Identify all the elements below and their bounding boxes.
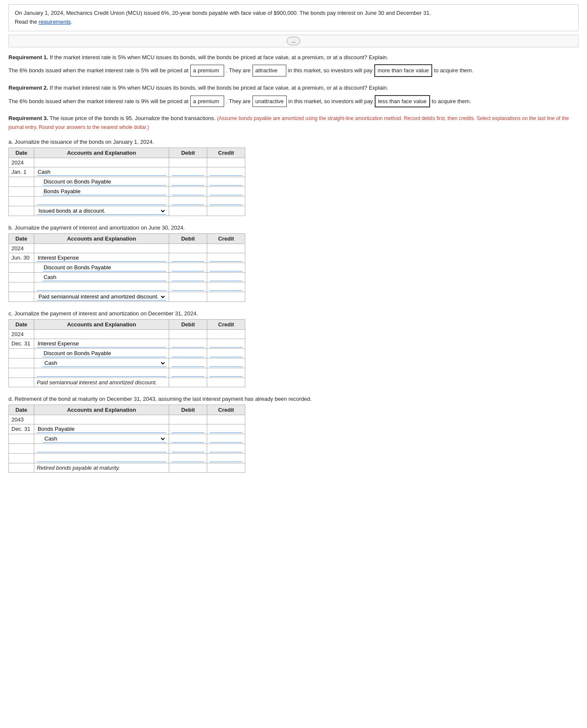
credit-c-empty[interactable] [210,369,242,377]
requirements-link[interactable]: requirements [38,19,71,25]
debit-d-cash[interactable] [172,435,204,443]
journal-d-header-date: Date [9,405,34,415]
credit-d-empty2[interactable] [210,454,242,462]
credit-b-cash[interactable] [210,274,242,281]
debit-c-discount[interactable] [172,350,204,357]
req1-attractive: attractive [252,65,286,76]
credit-b-interest[interactable] [210,254,242,262]
req1-in-market: in this market, so investors will pay [288,66,373,75]
journal-b-header-acct: Accounts and Explanation [34,233,169,244]
table-row: 2043 [9,415,245,424]
table-row [9,272,245,282]
debit-b-empty[interactable] [172,283,204,291]
debit-a-cash[interactable] [172,168,204,176]
explanation-d-note: Retired bonds payable at maturity. [37,465,120,471]
table-row [9,368,245,378]
journal-b-header-credit: Credit [207,233,245,244]
req2-priced-at: a premium [190,96,224,107]
journal-a-header-date: Date [9,148,34,158]
req3-text: Requirement 3. The issue price of the bo… [8,114,579,132]
explanation-b-select[interactable]: Paid semiannual interest and amortized d… [37,293,166,301]
acct-d-empty1[interactable] [37,445,166,452]
req1-priced-at: a premium [190,65,224,76]
table-row: Cash Bonds Payable Interest Expense [9,358,245,368]
credit-c-discount[interactable] [210,350,242,357]
acct-c-cash-select[interactable]: Cash Bonds Payable Interest Expense [43,359,166,367]
journal-c-header-debit: Debit [169,319,207,329]
req1-to-acquire: to acquire them. [434,66,473,75]
debit-b-discount[interactable] [172,264,204,271]
credit-c-cash[interactable] [210,359,242,367]
acct-a-bonds[interactable] [43,188,166,195]
req2-label: Requirement 2. [8,85,48,91]
explanation-c-note: Paid semiannual interest and amortized d… [37,379,157,386]
debit-c-interest[interactable] [172,340,204,348]
journal-c-header-date: Date [9,319,34,329]
req1-section: Requirement 1. If the market interest ra… [8,53,579,77]
debit-c-cash[interactable] [172,359,204,367]
table-row: Dec. 31 [9,424,245,434]
table-row: Issued bonds at a discount. Issued bonds… [9,206,245,216]
debit-d-empty1[interactable] [172,445,204,452]
journal-a-header-debit: Debit [169,148,207,158]
acct-d-bonds[interactable] [37,425,166,433]
journal-b-label: b. Journalize the payment of interest an… [8,224,579,231]
credit-b-empty[interactable] [210,283,242,291]
read-label: Read the [15,19,37,25]
acct-a-cash[interactable] [37,168,166,176]
table-row: 2024 [9,244,245,253]
journal-d-header-credit: Credit [207,405,245,415]
req2-answer: The 6% bonds issued when the market inte… [8,95,579,107]
acct-c-empty[interactable] [37,369,166,377]
debit-c-empty[interactable] [172,369,204,377]
explanation-a-select[interactable]: Issued bonds at a discount. Issued bonds… [37,207,166,215]
table-row: Paid semiannual interest and amortized d… [9,378,245,387]
journal-c-section: c. Journalize the payment of interest an… [8,310,579,387]
acct-a-discount[interactable] [43,178,166,186]
acct-a-empty[interactable] [37,197,166,205]
req3-label: Requirement 3. [8,115,48,121]
req2-pay-value: less than face value [375,95,430,107]
debit-d-bonds[interactable] [172,425,204,433]
journal-c-table: Date Accounts and Explanation Debit Cred… [8,319,245,387]
debit-a-bonds[interactable] [172,188,204,195]
credit-d-bonds[interactable] [210,425,242,433]
acct-d-empty2[interactable] [37,454,166,462]
debit-d-empty2[interactable] [172,454,204,462]
debit-a-discount[interactable] [172,178,204,186]
journal-a-section: a. Journalize the issuance of the bonds … [8,139,579,216]
acct-c-interest[interactable] [37,340,166,348]
table-row [9,443,245,453]
credit-a-discount[interactable] [210,178,242,186]
acct-b-cash[interactable] [43,274,166,281]
acct-c-discount[interactable] [43,350,166,357]
journal-a-label: a. Journalize the issuance of the bonds … [8,139,579,145]
acct-b-interest[interactable] [37,254,166,262]
req1-prefix: The 6% bonds issued when the market inte… [8,66,189,75]
credit-a-bonds[interactable] [210,188,242,195]
debit-b-interest[interactable] [172,254,204,262]
collapse-bar: ... [8,35,579,47]
credit-d-empty1[interactable] [210,445,242,452]
credit-a-empty[interactable] [210,197,242,205]
debit-a-empty[interactable] [172,197,204,205]
journal-b-header-debit: Debit [169,233,207,244]
acct-d-cash-select[interactable]: Cash Bonds Payable Interest Expense [43,435,166,443]
debit-b-cash[interactable] [172,274,204,281]
collapse-button[interactable]: ... [287,37,300,45]
credit-b-discount[interactable] [210,264,242,271]
acct-b-empty[interactable] [37,283,166,291]
credit-d-cash[interactable] [210,435,242,443]
req2-section: Requirement 2. If the market interest ra… [8,84,579,107]
journal-c-header-acct: Accounts and Explanation [34,319,169,329]
table-row [9,177,245,186]
credit-c-interest[interactable] [210,340,242,348]
acct-b-discount[interactable] [43,264,166,271]
table-row [9,196,245,206]
journal-b-table: Date Accounts and Explanation Debit Cred… [8,233,245,302]
table-row: 2024 [9,329,245,339]
table-row [9,186,245,196]
journal-c-header-credit: Credit [207,319,245,329]
req2-they-are: They are [229,96,250,106]
credit-a-cash[interactable] [210,168,242,176]
